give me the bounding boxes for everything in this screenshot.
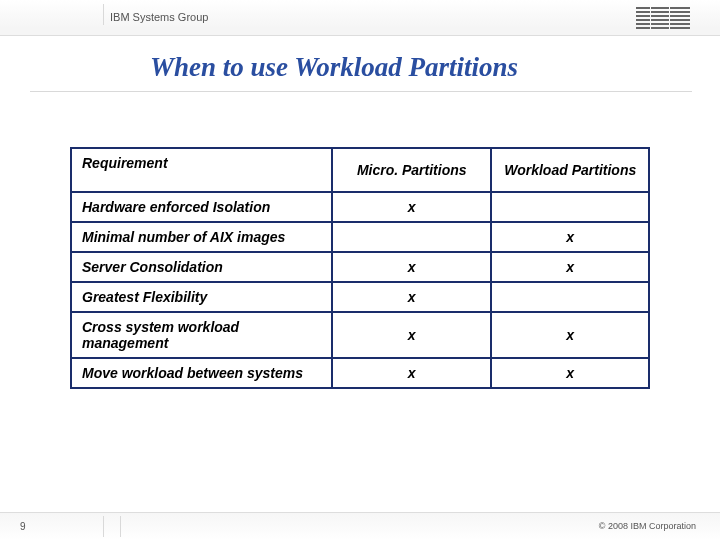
micro-cell: x [332, 358, 491, 388]
micro-cell: x [332, 192, 491, 222]
requirement-cell: Cross system workload management [71, 312, 332, 358]
workload-cell: x [491, 358, 649, 388]
workload-cell [491, 192, 649, 222]
workload-cell: x [491, 222, 649, 252]
table-row: Greatest Flexibility x [71, 282, 649, 312]
copyright-text: © 2008 IBM Corporation [599, 521, 696, 531]
micro-cell: x [332, 282, 491, 312]
comparison-table: Requirement Micro. Partitions Workload P… [70, 147, 650, 389]
workload-cell [491, 282, 649, 312]
requirement-cell: Server Consolidation [71, 252, 332, 282]
table-header-row: Requirement Micro. Partitions Workload P… [71, 148, 649, 192]
requirement-cell: Move workload between systems [71, 358, 332, 388]
micro-cell: x [332, 252, 491, 282]
table-row: Server Consolidation x x [71, 252, 649, 282]
col-header-requirement: Requirement [71, 148, 332, 192]
header-group-name: IBM Systems Group [110, 11, 208, 23]
header-divider [103, 4, 104, 25]
page-number: 9 [20, 521, 26, 532]
requirement-cell: Greatest Flexibility [71, 282, 332, 312]
footer-divider [103, 516, 104, 537]
requirement-cell: Minimal number of AIX images [71, 222, 332, 252]
micro-cell [332, 222, 491, 252]
title-underline [30, 91, 692, 92]
workload-cell: x [491, 312, 649, 358]
micro-cell: x [332, 312, 491, 358]
requirement-cell: Hardware enforced Isolation [71, 192, 332, 222]
footer-divider [120, 516, 121, 537]
col-header-micropartitions: Micro. Partitions [332, 148, 491, 192]
table-row: Move workload between systems x x [71, 358, 649, 388]
table-row: Minimal number of AIX images x [71, 222, 649, 252]
table-row: Hardware enforced Isolation x [71, 192, 649, 222]
slide-title: When to use Workload Partitions [150, 52, 720, 83]
table-row: Cross system workload management x x [71, 312, 649, 358]
workload-cell: x [491, 252, 649, 282]
ibm-logo-icon [636, 7, 690, 29]
slide-footer: 9 © 2008 IBM Corporation [0, 512, 720, 540]
slide-header: IBM Systems Group [0, 0, 720, 36]
col-header-workload-partitions: Workload Partitions [491, 148, 649, 192]
